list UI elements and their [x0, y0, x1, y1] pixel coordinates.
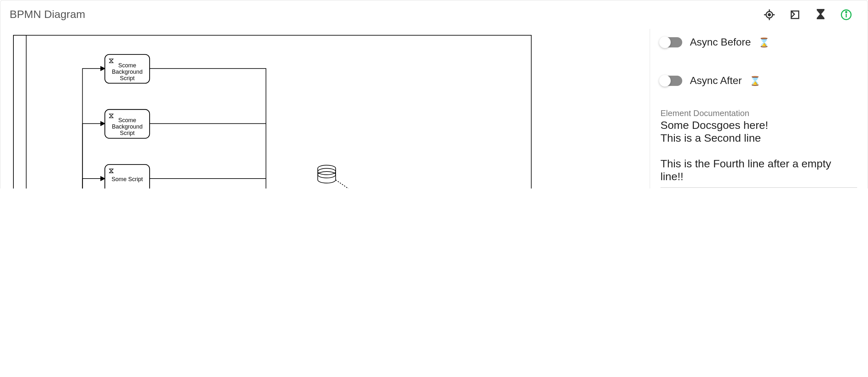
element-documentation-label: Element Documentation [660, 108, 857, 118]
hourglass-icon: ⌛ [749, 76, 761, 86]
async-before-row: Async Before ⌛ [660, 36, 857, 48]
bpmn-task-t1[interactable]: ScomeBackgroundScript [105, 55, 150, 83]
async-after-label: Async After [690, 75, 742, 87]
svg-rect-11 [13, 35, 26, 188]
target-icon[interactable] [762, 8, 776, 22]
async-after-switch[interactable] [660, 76, 682, 86]
hourglass-icon: ⌛ [758, 37, 769, 48]
svg-point-9 [845, 11, 846, 12]
diagram-panel: BPMN Diagram [0, 0, 868, 188]
bpmn-task-t2[interactable]: ScomeBackgroundScript [105, 110, 150, 139]
async-after-row: Async After ⌛ [660, 75, 857, 87]
svg-point-1 [768, 14, 771, 16]
async-before-switch[interactable] [660, 37, 682, 48]
bpmn-canvas[interactable]: dog [1, 29, 650, 188]
async-before-label: Async Before [690, 36, 751, 48]
element-documentation-value[interactable]: Some Docsgoes here! This is a Second lin… [660, 119, 857, 188]
panel-title: BPMN Diagram [10, 8, 85, 21]
svg-rect-10 [13, 35, 531, 188]
panel-header: BPMN Diagram [1, 1, 867, 29]
info-icon[interactable] [839, 8, 853, 22]
data-store-label: Some comment [307, 187, 347, 188]
bpmn-data-store[interactable] [318, 165, 336, 183]
toolbar-icons [762, 8, 858, 22]
history-icon[interactable] [788, 8, 802, 22]
hourglass-icon[interactable] [813, 8, 828, 22]
bpmn-task-t3[interactable]: Some Script [105, 165, 150, 188]
properties-panel: Async Before ⌛ Async After ⌛ Element Doc… [650, 29, 867, 188]
svg-text:Some Script: Some Script [112, 176, 143, 182]
